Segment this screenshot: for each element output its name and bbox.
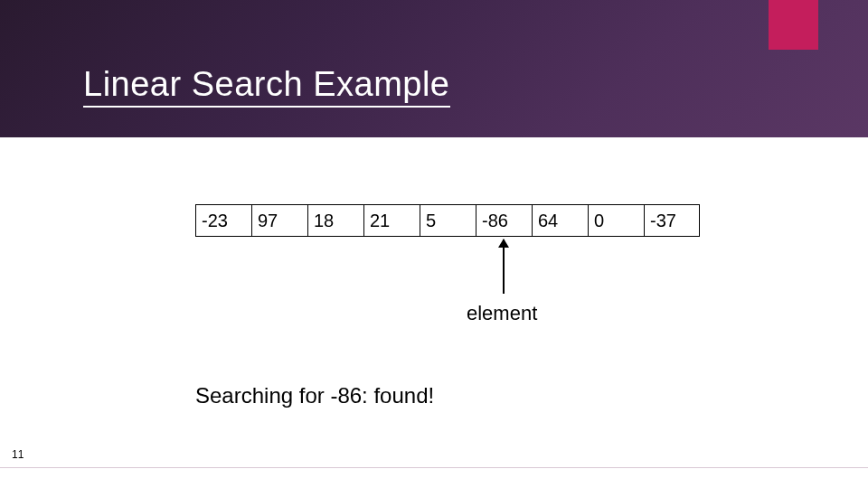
- header-band: Linear Search Example: [0, 0, 868, 137]
- array-cell: -23: [195, 204, 251, 237]
- array-cell: 97: [251, 204, 307, 237]
- array-cell: -37: [644, 204, 700, 237]
- footer-divider: [0, 467, 868, 468]
- accent-block: [769, 0, 818, 50]
- page-number: 11: [12, 448, 24, 461]
- array-cell: 0: [588, 204, 644, 237]
- pointer-label: element: [467, 302, 537, 325]
- array-cell: 18: [307, 204, 363, 237]
- array-row: -23 97 18 21 5 -86 64 0 -37: [195, 204, 700, 237]
- slide-title: Linear Search Example: [83, 65, 450, 108]
- array-cell: 64: [532, 204, 588, 237]
- array-cell: -86: [476, 204, 532, 237]
- search-status: Searching for -86: found!: [195, 383, 434, 408]
- array-cell: 21: [363, 204, 420, 237]
- arrow-up-icon: [503, 239, 505, 294]
- array-cell: 5: [420, 204, 476, 237]
